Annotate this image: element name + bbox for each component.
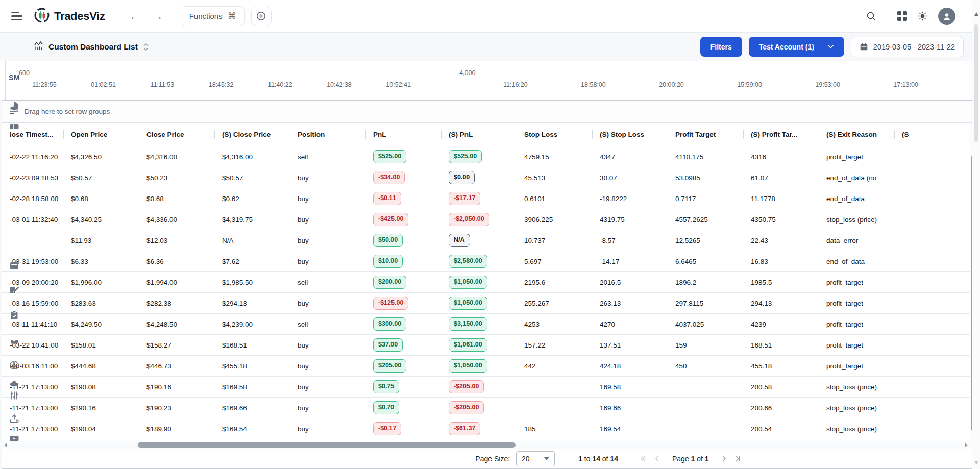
horizontal-scroll-thumb[interactable] xyxy=(138,442,516,448)
column-header-pt[interactable]: Profit Target xyxy=(668,123,743,146)
page-scrollbar[interactable] xyxy=(972,0,980,469)
table-row[interactable]: -11-21 17:13:00$190.04$189.90$169.54buy-… xyxy=(2,418,970,439)
column-header-exit[interactable]: (S) Exit Reason xyxy=(819,123,894,146)
cell-pos: buy xyxy=(290,167,365,188)
cell-pnl: $10.00 xyxy=(365,251,441,271)
user-initials[interactable]: SM xyxy=(0,73,29,82)
pnl-badge: $2,580.00 xyxy=(449,255,487,268)
cell-s_close: $169.54 xyxy=(214,418,290,439)
x-axis-tick: 10:42:38 xyxy=(327,81,352,88)
table-row[interactable]: -03-09 20:00:20$1,996.00$1,994.00$1,985.… xyxy=(2,272,970,293)
column-header-s_sl[interactable]: (S) Stop Loss xyxy=(592,123,668,146)
cell-sl: 4253 xyxy=(517,314,592,334)
column-header-close[interactable]: Close Price xyxy=(139,123,214,146)
column-header-s_pnl[interactable]: (S) PnL xyxy=(441,123,517,146)
cell-s_close: $168.51 xyxy=(214,335,290,355)
page-scroll-up-icon[interactable] xyxy=(974,12,978,16)
previous-page-icon[interactable] xyxy=(654,455,660,462)
column-header-s_pt[interactable]: (S) Profit Tar... xyxy=(743,123,819,146)
cell-s_pnl: -$61.37 xyxy=(441,418,517,439)
tradesviz-logo-icon xyxy=(34,7,50,26)
cell-ts: -02-23 09:18:53 xyxy=(2,167,63,188)
table-row[interactable]: -02-28 18:58:00$0.68$0.68$0.62buy-$0.11-… xyxy=(2,188,970,209)
cloud-icon[interactable] xyxy=(9,379,19,389)
filters-button[interactable]: Filters xyxy=(700,37,742,57)
column-header-extra[interactable]: (S xyxy=(894,123,970,146)
cell-ts xyxy=(2,230,63,251)
last-page-icon[interactable] xyxy=(732,455,741,462)
table-row[interactable]: -11-21 17:13:00$190.08$190.16$169.58buy$… xyxy=(2,377,970,398)
cell-s_close: $4,319.75 xyxy=(214,209,290,230)
cell-extra xyxy=(894,230,970,251)
clipboard-check-icon[interactable] xyxy=(9,310,19,320)
row-group-dropzone[interactable]: Drag here to set row groups xyxy=(2,101,980,123)
cell-pos: buy xyxy=(290,398,365,418)
column-header-s_close[interactable]: (S) Close Price xyxy=(214,123,290,146)
page-size-select[interactable]: 20 xyxy=(516,451,555,466)
column-header-ts[interactable]: lose Timest... xyxy=(2,123,63,146)
cell-pnl: -$0.11 xyxy=(365,188,441,209)
upload-tray-icon[interactable] xyxy=(9,413,19,424)
table-row[interactable]: -03-22 10:41:00$158.01$158.27$168.51buy$… xyxy=(2,335,970,356)
cell-open: $6.33 xyxy=(63,251,139,271)
next-page-icon[interactable] xyxy=(721,455,727,462)
add-button[interactable] xyxy=(251,7,272,26)
reorder-icon[interactable] xyxy=(143,43,149,51)
x-axis-tick: 11:23:55 xyxy=(32,81,57,88)
table-row[interactable]: -03-31 19:53:00$6.33$6.36$7.62buy$10.00$… xyxy=(2,251,970,272)
page-scroll-down-icon[interactable] xyxy=(974,461,978,465)
pnl-badge: -$205.00 xyxy=(449,380,484,393)
cell-s_pt: 4316 xyxy=(743,146,819,167)
cell-s_close: $50.57 xyxy=(214,167,290,188)
table-row[interactable]: -08-03 16:11:00$444.68$446.73$455.18buy$… xyxy=(2,356,970,377)
chart-left[interactable]: -600 11:23:5501:02:5111:11:5318:45:3211:… xyxy=(5,61,446,100)
account-selector-button[interactable]: Test Account (1) xyxy=(749,37,844,57)
table-row[interactable]: -03-16 15:59:00$283.63$282.38$294.13buy-… xyxy=(2,293,970,314)
scroll-left-icon[interactable] xyxy=(4,443,7,447)
cell-s_pt: 1985.5 xyxy=(743,272,819,292)
scroll-right-icon[interactable] xyxy=(965,443,968,447)
cell-close: $190.16 xyxy=(139,377,214,397)
cell-pnl: -$125.00 xyxy=(365,293,441,313)
search-icon[interactable] xyxy=(866,11,876,21)
cell-extra xyxy=(894,188,970,209)
cell-s_sl: 4347 xyxy=(592,146,668,167)
cell-s_pt: 168.51 xyxy=(743,335,819,355)
cell-pos: buy xyxy=(290,356,365,376)
filters-button-label: Filters xyxy=(710,43,732,51)
functions-button[interactable]: Functions ⌘ xyxy=(181,6,245,26)
theme-sun-icon[interactable] xyxy=(917,11,928,21)
table-row[interactable]: -03-01 11:32:40$4,340.25$4,336.00$4,319.… xyxy=(2,209,970,230)
cell-exit: profit_target xyxy=(819,146,894,167)
forward-arrow-icon[interactable]: → xyxy=(152,11,163,22)
menu-icon[interactable] xyxy=(11,12,22,20)
cell-s_close: N/A xyxy=(214,230,290,251)
brain-icon[interactable] xyxy=(9,360,19,371)
brand-logo[interactable]: TradesViz xyxy=(34,7,105,26)
column-header-open[interactable]: Open Price xyxy=(63,123,139,146)
table-row[interactable]: -03-11 11:41:10$4,249.50$4,248.50$4,239.… xyxy=(2,314,970,335)
column-header-sl[interactable]: Stop Loss xyxy=(517,123,592,146)
table-row[interactable]: -02-22 11:16:20$4,326.50$4,316.00$4,316.… xyxy=(2,146,970,167)
first-page-icon[interactable] xyxy=(641,455,649,462)
apps-grid-icon[interactable] xyxy=(897,11,907,21)
table-row[interactable]: $11.93$12.03N/Abuy$50.00N/A10.737-8.5712… xyxy=(2,230,970,251)
cell-ts: -02-22 11:16:20 xyxy=(2,146,63,167)
sliders-icon[interactable] xyxy=(9,390,19,401)
date-range-picker[interactable]: 2019-03-05 - 2023-11-22 xyxy=(851,37,964,57)
calendar-icon[interactable] xyxy=(9,260,19,270)
page-scroll-thumb[interactable] xyxy=(974,24,978,142)
cell-close: $12.03 xyxy=(139,230,214,251)
chart-right[interactable]: -4,000 11:16:2018:58:0020:00:2015:59:001… xyxy=(446,61,980,100)
avatar[interactable] xyxy=(938,8,955,25)
pie-chart-icon[interactable] xyxy=(9,101,19,111)
cell-s_pt: 200.66 xyxy=(743,398,819,418)
horizontal-scrollbar[interactable] xyxy=(2,441,970,449)
back-arrow-icon[interactable]: ← xyxy=(130,11,141,22)
table-row[interactable]: -11-21 17:13:00$190.16$190.23$169.66buy$… xyxy=(2,398,970,418)
table-row[interactable]: -02-23 09:18:53$50.57$50.23$50.57buy-$34… xyxy=(2,167,970,188)
inbox-tray-icon[interactable] xyxy=(9,335,19,345)
journal-edit-icon[interactable] xyxy=(9,285,19,295)
column-header-pos[interactable]: Position xyxy=(290,123,365,146)
column-header-pnl[interactable]: PnL xyxy=(365,123,441,146)
